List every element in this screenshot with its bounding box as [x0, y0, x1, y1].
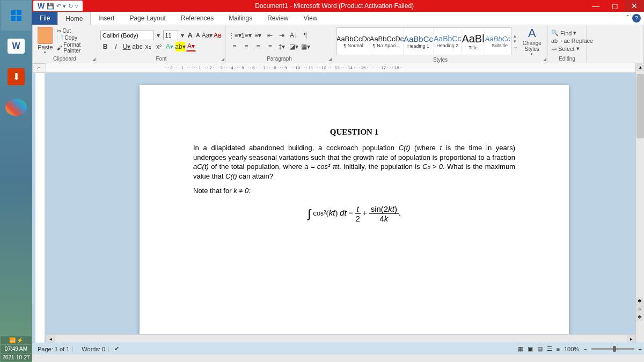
shrink-font-button[interactable]: A [195, 31, 202, 40]
clipboard-dialog-launcher-icon[interactable]: ◢ [92, 57, 96, 62]
shading-button[interactable]: ◪▾ [288, 42, 299, 51]
numbering-button[interactable]: 1≡▾ [241, 31, 252, 40]
zoom-level[interactable]: 100% [564, 346, 579, 352]
tab-references[interactable]: References [173, 12, 221, 25]
minimize-ribbon-icon[interactable]: ˆ [626, 14, 629, 23]
tab-review[interactable]: Review [260, 12, 296, 25]
styles-dialog-launcher-icon[interactable]: ◢ [543, 57, 546, 62]
tab-view[interactable]: View [296, 12, 325, 25]
font-name-input[interactable] [100, 31, 154, 40]
page-status[interactable]: Page: 1 of 1 [34, 346, 73, 352]
vertical-scrollbar[interactable]: ▴ ▾ ≑ ○ ≑ [635, 63, 644, 343]
minimize-button[interactable]: — [586, 0, 605, 12]
previous-page-icon[interactable]: ≑ [636, 297, 643, 305]
style-no-spacing[interactable]: AaBbCcDc¶ No Spaci... [370, 28, 404, 55]
tab-insert[interactable]: Insert [91, 12, 122, 25]
paragraph-dialog-launcher-icon[interactable]: ◢ [328, 57, 332, 62]
find-button[interactable]: 🔍 Find ▾ [551, 29, 583, 37]
bullets-button[interactable]: ⋮≡▾ [229, 31, 240, 40]
zoom-out-icon[interactable]: − [583, 346, 587, 352]
subscript-button[interactable]: x₂ [143, 42, 153, 51]
word-count[interactable]: Words: 0 [78, 346, 109, 352]
view-print-layout-icon[interactable]: ▦ [518, 345, 523, 352]
font-name-dropdown-icon[interactable]: ▾ [155, 31, 162, 40]
align-center-button[interactable]: ≡ [241, 42, 252, 51]
decrease-indent-button[interactable]: ⇤ [265, 31, 275, 40]
justify-button[interactable]: ≡ [265, 42, 275, 51]
zoom-in-icon[interactable]: + [639, 346, 642, 352]
format-painter-button[interactable]: 🖌 Format Painter [57, 41, 93, 54]
font-color-button[interactable]: A▾ [186, 42, 196, 51]
proofing-icon[interactable]: ✔ [114, 345, 119, 352]
view-full-screen-icon[interactable]: ▣ [528, 345, 533, 352]
tab-mailings[interactable]: Mailings [221, 12, 260, 25]
paste-button[interactable]: Paste ▾ [36, 27, 55, 55]
align-left-button[interactable]: ≡ [229, 42, 240, 51]
pdf-app-icon[interactable]: ⬇ [1, 62, 31, 92]
underline-button[interactable]: U▾ [122, 42, 131, 51]
redo-icon[interactable]: ↻ [68, 3, 73, 10]
windows-start-icon[interactable] [1, 1, 31, 31]
sort-button[interactable]: A↓ [288, 31, 299, 40]
scroll-up-icon[interactable]: ▴ [636, 63, 644, 71]
scroll-right-icon[interactable]: ▸ [627, 335, 635, 343]
style-gallery-more-icon[interactable]: ⌄ [514, 44, 518, 49]
scroll-thumb[interactable] [636, 74, 644, 138]
horizontal-ruler[interactable]: · · 2 · · · 1 · · · · · · 1 · · · 2 · · … [46, 63, 635, 73]
document-page[interactable]: QUESTION 1 In a dilapidated abandoned bu… [140, 85, 569, 343]
highlight-button[interactable]: ab▾ [175, 42, 185, 51]
cut-button[interactable]: ✂ Cut [57, 27, 93, 34]
view-draft-icon[interactable]: ≡ [557, 346, 560, 352]
increase-indent-button[interactable]: ⇥ [276, 31, 287, 40]
style-heading-2[interactable]: AaBbCcHeading 2 [434, 28, 462, 55]
horizontal-scrollbar[interactable]: ◂ ▸ [46, 334, 635, 343]
multilevel-button[interactable]: ≡▾ [253, 31, 264, 40]
borders-button[interactable]: ▦▾ [300, 42, 311, 51]
clear-formatting-button[interactable]: Aʙ [213, 31, 222, 40]
maximize-button[interactable]: ◻ [605, 0, 625, 12]
help-icon[interactable]: ? [632, 14, 641, 23]
style-subtitle[interactable]: AaBbCcLSubtitle [485, 28, 511, 55]
vertical-ruler[interactable] [35, 73, 45, 343]
close-button[interactable]: ✕ [625, 0, 644, 12]
undo-icon[interactable]: ↶ ▾ [56, 3, 66, 10]
align-right-button[interactable]: ≡ [253, 42, 264, 51]
font-dialog-launcher-icon[interactable]: ◢ [221, 57, 224, 62]
change-styles-button[interactable]: A Change Styles ▾ [520, 26, 544, 56]
view-outline-icon[interactable]: ☰ [547, 345, 552, 352]
style-title[interactable]: AaBlTitle [462, 28, 485, 55]
style-gallery[interactable]: AaBbCcDc¶ Normal AaBbCcDc¶ No Spaci... A… [336, 27, 511, 55]
ruler-corner[interactable]: ⌐ [32, 63, 46, 73]
style-gallery-down-icon[interactable]: ▾ [514, 39, 518, 44]
save-icon[interactable]: 💾 [47, 3, 54, 10]
replace-button[interactable]: ab→ac Replace [551, 37, 583, 45]
tab-home[interactable]: Home [57, 12, 91, 25]
tray-signal-icon[interactable]: 📶 ⚡ [1, 336, 32, 344]
tray-time[interactable]: 07:49 AM [1, 345, 32, 353]
next-page-icon[interactable]: ≑ [636, 313, 643, 321]
scroll-left-icon[interactable]: ◂ [46, 335, 55, 343]
paint-app-icon[interactable] [1, 92, 31, 122]
select-button[interactable]: ▭ Select ▾ [551, 45, 583, 53]
italic-button[interactable]: I [111, 42, 121, 51]
zoom-slider[interactable] [591, 348, 634, 350]
change-case-button[interactable]: Aa▾ [202, 31, 212, 40]
tray-date[interactable]: 2021-10-27 [1, 353, 32, 361]
superscript-button[interactable]: x² [154, 42, 164, 51]
copy-button[interactable]: 📄 Copy [57, 34, 93, 41]
bold-button[interactable]: B [100, 42, 110, 51]
font-size-dropdown-icon[interactable]: ▾ [179, 31, 186, 40]
font-size-input[interactable] [163, 31, 178, 40]
show-marks-button[interactable]: ¶ [300, 31, 311, 40]
line-spacing-button[interactable]: ‡▾ [276, 42, 287, 51]
style-heading-1[interactable]: AaBbCcHeading 1 [404, 28, 434, 55]
browse-object-icon[interactable]: ○ [636, 305, 643, 313]
grow-font-button[interactable]: A [187, 31, 194, 40]
tab-page-layout[interactable]: Page Layout [122, 12, 173, 25]
qat-customize-icon[interactable]: ▿ [75, 3, 78, 10]
text-effects-button[interactable]: A▾ [165, 42, 174, 51]
word-app-icon[interactable]: W [1, 31, 31, 61]
style-gallery-up-icon[interactable]: ▴ [514, 33, 518, 39]
style-normal[interactable]: AaBbCcDc¶ Normal [337, 28, 370, 55]
strikethrough-button[interactable]: abc [133, 42, 142, 51]
